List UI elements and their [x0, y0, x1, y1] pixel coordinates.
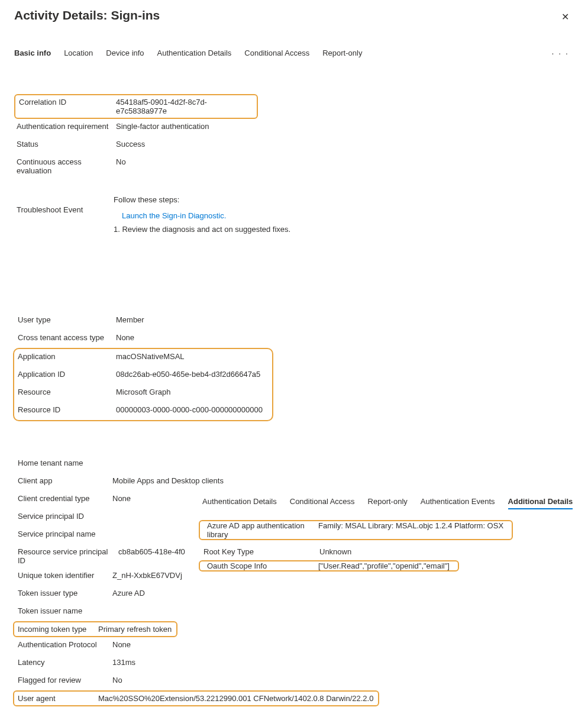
unique-token-id-label: Unique token identifier — [14, 568, 110, 583]
client-cred-type-label: Client credential type — [14, 491, 110, 506]
tab-report-only[interactable]: Report-only — [322, 46, 362, 60]
user-agent-row: User agent Mac%20SSO%20Extension/53.2212… — [13, 690, 379, 706]
status-label: Status — [14, 137, 114, 151]
auth-library-label: Azure AD app authentication library — [200, 521, 318, 539]
tab-conditional-access[interactable]: Conditional Access — [244, 46, 309, 60]
flagged-value: No — [110, 673, 574, 687]
user-agent-value: Mac%20SSO%20Extension/53.2212990.001 CFN… — [96, 692, 378, 705]
application-id-value: 08dc26ab-e050-465e-beb4-d3f2d66647a5 — [114, 367, 272, 382]
root-key-type-label: Root Key Type — [195, 545, 316, 558]
application-label: Application — [14, 349, 114, 364]
rp-tab-auth-details[interactable]: Authentication Details — [202, 497, 277, 509]
cross-tenant-label: Cross tenant access type — [14, 330, 114, 345]
tab-location[interactable]: Location — [64, 46, 93, 60]
application-id-label: Application ID — [14, 367, 114, 382]
latency-label: Latency — [14, 655, 110, 670]
tab-basic-info[interactable]: Basic info — [14, 46, 51, 60]
troubleshoot-intro: Follow these steps: — [114, 195, 569, 204]
resource-value: Microsoft Graph — [114, 385, 272, 399]
token-issuer-type-value: Azure AD — [110, 586, 574, 600]
more-icon[interactable]: · · · — [552, 49, 569, 58]
cross-tenant-value: None — [114, 330, 574, 345]
resource-label: Resource — [14, 385, 114, 399]
resource-id-value: 00000003-0000-0000-c000-000000000000 — [114, 402, 272, 417]
application-value: macOSNativeMSAL — [114, 349, 272, 364]
home-tenant-name-label: Home tenant name — [14, 456, 110, 470]
token-issuer-name-value — [110, 603, 574, 609]
home-tenant-name-value — [110, 456, 574, 461]
cae-label: Continuous access evaluation — [14, 154, 114, 178]
rp-tab-additional-details[interactable]: Additional Details — [508, 497, 573, 509]
tab-auth-details[interactable]: Authentication Details — [157, 46, 232, 60]
tab-device-info[interactable]: Device info — [106, 46, 144, 60]
rp-tab-report-only[interactable]: Report-only — [368, 497, 408, 509]
correlation-id-label: Correlation ID — [15, 95, 114, 118]
flagged-label: Flagged for review — [14, 673, 110, 687]
secondary-tab-bar: Authentication Details Conditional Acces… — [195, 495, 574, 512]
incoming-token-type-row: Incoming token type Primary refresh toke… — [13, 621, 177, 637]
resource-id-label: Resource ID — [14, 402, 114, 417]
oauth-scope-value: ["User.Read","profile","openid","email"] — [318, 561, 458, 570]
auth-library-row: Azure AD app authentication library Fami… — [199, 520, 513, 540]
rp-tab-conditional-access[interactable]: Conditional Access — [290, 497, 355, 509]
oauth-scope-label: Oauth Scope Info — [200, 561, 318, 570]
troubleshoot-step-1: 1. Review the diagnosis and act on sugge… — [114, 225, 569, 234]
user-type-value: Member — [114, 312, 574, 327]
rp-tab-auth-events[interactable]: Authentication Events — [421, 497, 495, 509]
resource-sp-id-label: Resource service principal ID — [14, 544, 116, 568]
token-issuer-type-label: Token issuer type — [14, 586, 110, 600]
client-app-label: Client app — [14, 473, 110, 488]
additional-details-panel: Authentication Details Conditional Acces… — [195, 495, 574, 572]
auth-protocol-label: Authentication Protocol — [14, 637, 110, 652]
cae-value: No — [114, 154, 574, 169]
correlation-id-row: Correlation ID 45418af5-0901-4d2f-8c7d-e… — [14, 94, 258, 119]
launch-diagnostic-link[interactable]: Launch the Sign-in Diagnostic. — [122, 211, 226, 220]
application-group-highlight: Application macOSNativeMSAL Application … — [13, 348, 273, 421]
status-value: Success — [114, 137, 574, 151]
service-principal-id-label: Service principal ID — [14, 509, 110, 524]
latency-value: 131ms — [110, 655, 574, 670]
root-key-type-value: Unknown — [316, 545, 574, 558]
incoming-token-type-value: Primary refresh token — [96, 622, 176, 636]
auth-requirement-label: Authentication requirement — [14, 119, 114, 134]
close-icon[interactable]: ✕ — [557, 9, 574, 25]
service-principal-name-label: Service principal name — [14, 527, 110, 541]
correlation-id-value: 45418af5-0901-4d2f-8c7d-e7c5838a977e — [114, 95, 257, 118]
page-title: Activity Details: Sign-ins — [14, 8, 160, 22]
token-issuer-name-label: Token issuer name — [14, 603, 110, 618]
auth-requirement-value: Single-factor authentication — [114, 119, 574, 134]
auth-protocol-value: None — [110, 637, 574, 652]
oauth-scope-row: Oauth Scope Info ["User.Read","profile",… — [199, 560, 459, 572]
user-type-label: User type — [14, 312, 114, 327]
troubleshoot-label: Troubleshoot Event — [14, 189, 114, 217]
tab-bar: Basic info Location Device info Authenti… — [14, 46, 574, 60]
incoming-token-type-label: Incoming token type — [14, 622, 96, 636]
user-agent-label: User agent — [14, 692, 96, 705]
auth-library-value: Family: MSAL Library: MSAL.objc 1.2.4 Pl… — [318, 521, 512, 539]
client-app-value: Mobile Apps and Desktop clients — [110, 473, 574, 488]
